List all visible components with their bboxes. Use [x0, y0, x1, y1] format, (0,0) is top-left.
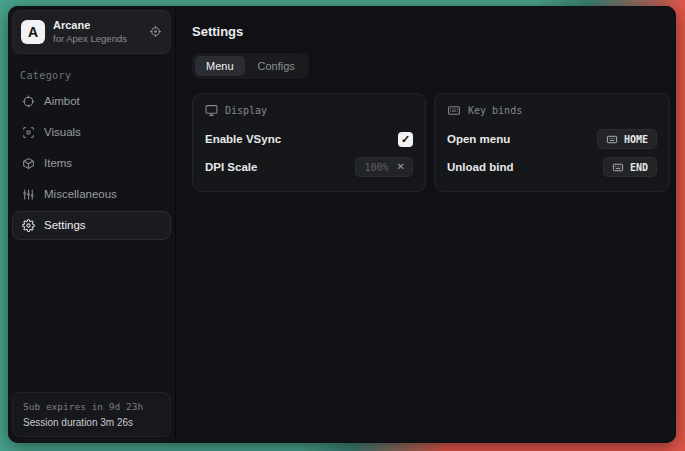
dpi-row: DPI Scale 100% ✕ — [205, 155, 413, 179]
clear-icon[interactable]: ✕ — [397, 162, 405, 172]
keybinds-card-title: Key binds — [468, 105, 522, 116]
sub-expires-text: Sub expires in 9d 23h — [23, 401, 160, 412]
sidebar-item-settings[interactable]: Settings — [12, 211, 171, 240]
brand-card: A Arcane for Apex Legends — [12, 10, 171, 54]
desktop-background: A Arcane for Apex Legends Category — [0, 0, 685, 451]
tab-configs[interactable]: Configs — [247, 56, 306, 76]
brand-text: Arcane for Apex Legends — [53, 19, 141, 45]
target-icon[interactable] — [149, 25, 162, 38]
keybinds-card: Key binds Open menu HOME — [434, 93, 670, 192]
tab-menu[interactable]: Menu — [195, 56, 245, 76]
subscription-status-card: Sub expires in 9d 23h Session duration 3… — [12, 392, 171, 437]
keyboard-icon — [606, 134, 618, 145]
dpi-label: DPI Scale — [205, 161, 257, 173]
gear-icon — [22, 219, 35, 232]
sidebar-nav: Aimbot Visuals — [12, 87, 171, 240]
open-menu-key-label: HOME — [624, 134, 648, 145]
app-logo: A — [21, 20, 45, 44]
brand-title: Arcane — [53, 19, 141, 33]
keybinds-card-header: Key binds — [447, 104, 657, 117]
sidebar-item-label: Settings — [44, 219, 86, 231]
main-panel: Settings Menu Configs Display — [176, 6, 676, 443]
brand-subtitle: for Apex Legends — [53, 33, 141, 45]
eye-scan-icon — [22, 126, 35, 139]
vsync-row: Enable VSync ✓ — [205, 127, 413, 151]
unload-bind-keybind[interactable]: END — [603, 157, 657, 177]
dpi-scale-value: 100% — [365, 162, 389, 173]
sidebar-item-visuals[interactable]: Visuals — [12, 118, 171, 147]
sidebar: A Arcane for Apex Legends Category — [8, 6, 176, 443]
monitor-icon — [205, 104, 218, 117]
vsync-label: Enable VSync — [205, 133, 281, 145]
sidebar-item-label: Miscellaneous — [44, 188, 117, 200]
unload-bind-row: Unload bind END — [447, 155, 657, 179]
dpi-scale-input[interactable]: 100% ✕ — [355, 157, 413, 177]
sidebar-spacer — [12, 240, 171, 392]
crosshair-icon — [22, 95, 35, 108]
vsync-checkbox[interactable]: ✓ — [398, 132, 413, 147]
tab-bar: Menu Configs — [192, 53, 309, 79]
sidebar-item-aimbot[interactable]: Aimbot — [12, 87, 171, 116]
category-label: Category — [20, 70, 163, 81]
display-card-header: Display — [205, 104, 413, 117]
sidebar-item-label: Aimbot — [44, 95, 80, 107]
display-card-title: Display — [225, 105, 267, 116]
unload-bind-key-label: END — [630, 162, 648, 173]
page-title: Settings — [192, 24, 670, 39]
session-duration-text: Session duration 3m 26s — [23, 417, 160, 428]
check-icon: ✓ — [401, 133, 410, 146]
sidebar-item-label: Items — [44, 157, 72, 169]
keyboard-icon — [447, 104, 461, 117]
open-menu-label: Open menu — [447, 133, 510, 145]
sidebar-item-label: Visuals — [44, 126, 81, 138]
settings-cards-row: Display Enable VSync ✓ DPI Scale 100% ✕ — [192, 93, 670, 192]
open-menu-keybind[interactable]: HOME — [597, 129, 657, 149]
sidebar-item-items[interactable]: Items — [12, 149, 171, 178]
unload-bind-label: Unload bind — [447, 161, 513, 173]
keyboard-icon — [612, 162, 624, 173]
display-card: Display Enable VSync ✓ DPI Scale 100% ✕ — [192, 93, 426, 192]
sliders-icon — [22, 188, 35, 201]
sidebar-item-miscellaneous[interactable]: Miscellaneous — [12, 180, 171, 209]
cube-icon — [22, 157, 35, 170]
app-window: A Arcane for Apex Legends Category — [8, 6, 676, 443]
open-menu-row: Open menu HOME — [447, 127, 657, 151]
